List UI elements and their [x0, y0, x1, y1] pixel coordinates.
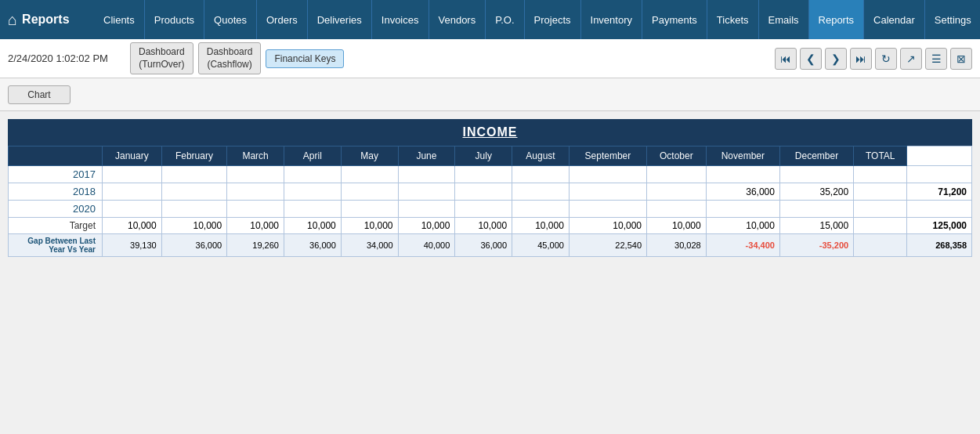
nav-item-calendar[interactable]: Calendar [864, 0, 925, 39]
nav-item-orders[interactable]: Orders [257, 0, 308, 39]
cell-0-12 [854, 166, 907, 183]
col-header-april: April [284, 146, 341, 166]
last-page-button[interactable]: ⏭ [850, 48, 872, 70]
cell-0-4 [341, 166, 398, 183]
cell-0-6 [455, 166, 512, 183]
table-row: 2017 [9, 166, 972, 183]
row-label-3: Target [9, 218, 103, 234]
col-header-december: December [779, 146, 853, 166]
cell-4-6: 36,000 [455, 234, 512, 257]
financial-keys-button[interactable]: Financial Keys [266, 49, 344, 68]
home-icon: ⌂ [8, 11, 17, 29]
income-table: January February March April May June Ju… [8, 146, 972, 257]
cell-3-0: 10,000 [103, 218, 162, 234]
nav-item-po[interactable]: P.O. [486, 0, 524, 39]
table-row: 201836,00035,20071,200 [9, 183, 972, 201]
dashboard-cashflow-button[interactable]: Dashboard(Cashflow) [198, 42, 262, 74]
cell-2-4 [341, 201, 398, 218]
row-label-4: Gap Between Last Year Vs Year [9, 234, 103, 257]
cell-1-12 [854, 183, 907, 201]
cell-3-2: 10,000 [227, 218, 284, 234]
cell-2-6 [455, 201, 512, 218]
total-cell-2 [907, 201, 972, 218]
nav-item-inventory[interactable]: Inventory [581, 0, 642, 39]
nav-items-container: ClientsProductsQuotesOrdersDeliveriesInv… [94, 0, 980, 39]
cell-4-3: 36,000 [284, 234, 341, 257]
cell-3-11: 15,000 [779, 218, 853, 234]
cell-3-10: 10,000 [706, 218, 779, 234]
nav-item-settings[interactable]: Settings [925, 0, 980, 39]
cell-4-7: 45,000 [512, 234, 570, 257]
cell-0-10 [706, 166, 779, 183]
cell-3-9: 10,000 [647, 218, 707, 234]
col-header-march: March [227, 146, 284, 166]
nav-item-vendors[interactable]: Vendors [429, 0, 486, 39]
cell-1-6 [455, 183, 512, 201]
list-view-button[interactable]: ☰ [925, 48, 947, 70]
next-page-button[interactable]: ❯ [825, 48, 847, 70]
cell-0-7 [512, 166, 570, 183]
nav-item-projects[interactable]: Projects [525, 0, 581, 39]
cell-0-3 [284, 166, 341, 183]
table-row: Gap Between Last Year Vs Year39,13036,00… [9, 234, 972, 257]
col-header-november: November [706, 146, 779, 166]
col-header-july: July [455, 146, 512, 166]
cell-2-2 [227, 201, 284, 218]
external-link-button[interactable]: ↗ [900, 48, 922, 70]
cell-4-4: 34,000 [341, 234, 398, 257]
nav-item-quotes[interactable]: Quotes [204, 0, 257, 39]
total-cell-3: 125,000 [907, 218, 972, 234]
home-nav[interactable]: ⌂ Reports [0, 0, 94, 39]
col-header-total: TOTAL [854, 146, 907, 166]
cell-3-12 [854, 218, 907, 234]
col-header-september: September [569, 146, 646, 166]
row-label-2: 2020 [9, 201, 103, 218]
nav-item-tickets[interactable]: Tickets [707, 0, 759, 39]
cell-1-0 [103, 183, 162, 201]
cell-4-12 [854, 234, 907, 257]
cell-1-4 [341, 183, 398, 201]
cell-4-10: -34,400 [706, 234, 779, 257]
col-header-august: August [512, 146, 570, 166]
cell-3-3: 10,000 [284, 218, 341, 234]
col-header-label [9, 146, 103, 166]
col-header-june: June [398, 146, 455, 166]
col-header-january: January [103, 146, 162, 166]
total-cell-0 [907, 166, 972, 183]
cell-1-1 [161, 183, 227, 201]
cell-3-4: 10,000 [341, 218, 398, 234]
cell-1-9 [647, 183, 707, 201]
cell-2-12 [854, 201, 907, 218]
cell-0-11 [779, 166, 853, 183]
nav-item-invoices[interactable]: Invoices [372, 0, 429, 39]
nav-item-reports[interactable]: Reports [809, 0, 865, 39]
cell-3-1: 10,000 [161, 218, 227, 234]
cell-1-8 [569, 183, 646, 201]
cell-1-7 [512, 183, 570, 201]
chart-button[interactable]: Chart [8, 85, 71, 104]
cell-0-2 [227, 166, 284, 183]
dashboard-turnover-button[interactable]: Dashboard(TurnOver) [130, 42, 193, 74]
nav-item-payments[interactable]: Payments [642, 0, 707, 39]
cell-4-1: 36,000 [161, 234, 227, 257]
cell-1-2 [227, 183, 284, 201]
top-navigation: ⌂ Reports ClientsProductsQuotesOrdersDel… [0, 0, 980, 39]
cell-3-7: 10,000 [512, 218, 570, 234]
nav-item-products[interactable]: Products [145, 0, 204, 39]
refresh-button[interactable]: ↻ [875, 48, 897, 70]
table-row: 2020 [9, 201, 972, 218]
col-header-february: February [161, 146, 227, 166]
row-label-1: 2018 [9, 183, 103, 201]
datetime-display: 2/24/2020 1:02:02 PM [8, 52, 125, 64]
cell-2-7 [512, 201, 570, 218]
cell-4-0: 39,130 [103, 234, 162, 257]
nav-item-clients[interactable]: Clients [94, 0, 145, 39]
prev-page-button[interactable]: ❮ [800, 48, 822, 70]
grid-view-button[interactable]: ⊠ [950, 48, 972, 70]
toolbar-left: 2/24/2020 1:02:02 PM Dashboard(TurnOver)… [8, 42, 344, 74]
first-page-button[interactable]: ⏮ [775, 48, 797, 70]
cell-0-1 [161, 166, 227, 183]
nav-item-deliveries[interactable]: Deliveries [308, 0, 372, 39]
income-section: INCOME January February March April May … [0, 111, 980, 265]
nav-item-emails[interactable]: Emails [759, 0, 809, 39]
